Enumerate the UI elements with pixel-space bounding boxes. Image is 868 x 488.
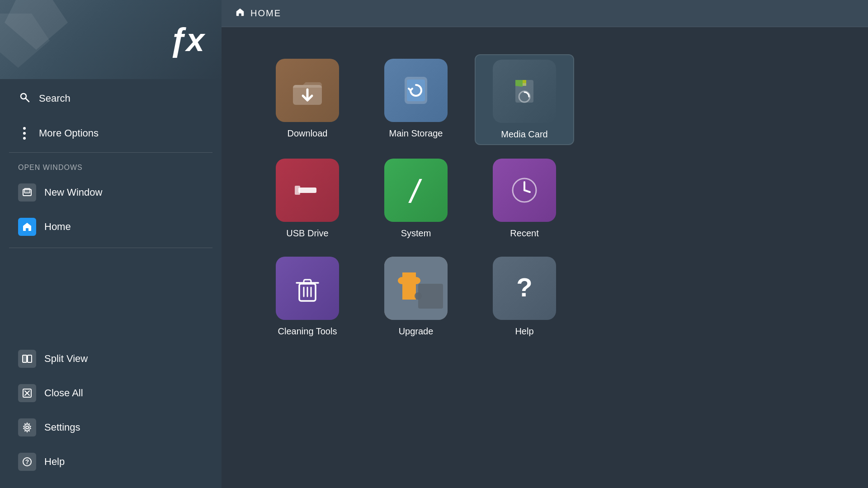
- topbar: Home: [222, 0, 868, 27]
- recent-label: Recent: [510, 228, 538, 239]
- logo-background-diamonds: [0, 0, 81, 79]
- search-label: Search: [39, 93, 71, 104]
- grid-item-cleaning-tools[interactable]: Cleaning Tools: [258, 252, 357, 341]
- sidebar-item-new-window[interactable]: New Window: [0, 175, 222, 210]
- system-label: System: [401, 228, 431, 239]
- main-content: Home Download: [222, 0, 868, 488]
- help-label: Help: [44, 456, 65, 468]
- settings-label: Settings: [44, 422, 80, 433]
- search-button[interactable]: Search: [0, 79, 222, 118]
- svg-point-11: [26, 426, 28, 429]
- divider-1: [9, 152, 212, 153]
- grid-item-download[interactable]: Download: [258, 54, 357, 145]
- sidebar-item-split-view[interactable]: Split View: [0, 342, 222, 376]
- cleaning-tools-label: Cleaning Tools: [278, 326, 337, 337]
- grid-item-recent[interactable]: Recent: [475, 154, 574, 243]
- usb-drive-icon: [276, 159, 339, 222]
- svg-text:?: ?: [25, 458, 29, 465]
- topbar-home-icon: [235, 7, 245, 19]
- recent-icon: [493, 159, 556, 222]
- sidebar: ƒx Search More Options OPEN WINDOWS: [0, 0, 222, 488]
- media-card-label: Media Card: [501, 129, 547, 140]
- cleaning-tools-icon: [276, 257, 339, 320]
- open-windows-title: OPEN WINDOWS: [0, 156, 222, 175]
- close-all-label: Close All: [44, 387, 83, 399]
- svg-marker-21: [515, 80, 523, 87]
- svg-rect-23: [298, 188, 316, 193]
- svg-rect-24: [295, 186, 300, 195]
- grid-item-upgrade[interactable]: Upgrade: [366, 252, 466, 341]
- sidebar-item-home[interactable]: Home: [0, 210, 222, 244]
- svg-text:?: ?: [516, 272, 532, 302]
- content-grid: Download Main Storage: [222, 27, 868, 488]
- new-window-icon: [18, 183, 36, 202]
- svg-marker-22: [523, 80, 526, 83]
- help-icon: ?: [493, 257, 556, 320]
- divider-2: [9, 248, 212, 248]
- sidebar-item-settings[interactable]: Settings: [0, 410, 222, 445]
- media-card-icon: [493, 60, 556, 123]
- upgrade-icon: [384, 257, 448, 320]
- grid-item-system[interactable]: / System: [366, 154, 466, 243]
- help-icon-sidebar: ?: [18, 453, 36, 471]
- new-window-label: New Window: [44, 187, 102, 198]
- svg-rect-5: [24, 188, 30, 193]
- app-logo: ƒx: [169, 21, 203, 58]
- main-storage-icon: [384, 59, 448, 122]
- usb-drive-label: USB Drive: [286, 228, 328, 239]
- grid-item-help[interactable]: ? Help: [475, 252, 574, 341]
- settings-icon: [18, 418, 36, 436]
- more-options-label: More Options: [39, 127, 99, 139]
- home-icon: [18, 218, 36, 236]
- more-options-button[interactable]: More Options: [0, 118, 222, 149]
- upgrade-label: Upgrade: [399, 326, 434, 337]
- grid-item-usb-drive[interactable]: USB Drive: [258, 154, 357, 243]
- svg-rect-7: [28, 355, 32, 362]
- grid-item-media-card[interactable]: Media Card: [475, 54, 574, 145]
- help-main-label: Help: [515, 326, 533, 337]
- logo-area: ƒx: [0, 0, 222, 79]
- sidebar-item-help[interactable]: ? Help: [0, 445, 222, 479]
- main-storage-label: Main Storage: [389, 128, 443, 139]
- more-options-icon: [18, 127, 31, 140]
- sidebar-bottom: Split View Close All Settings: [0, 342, 222, 488]
- topbar-title: Home: [250, 8, 281, 19]
- system-icon: /: [384, 159, 448, 222]
- home-label: Home: [44, 221, 71, 233]
- download-label: Download: [288, 128, 328, 139]
- svg-line-28: [524, 190, 530, 192]
- sidebar-item-close-all[interactable]: Close All: [0, 376, 222, 410]
- grid-item-main-storage[interactable]: Main Storage: [366, 54, 466, 145]
- svg-line-3: [26, 99, 29, 102]
- split-view-icon: [18, 350, 36, 368]
- svg-rect-6: [23, 355, 27, 362]
- svg-rect-35: [418, 284, 443, 309]
- split-view-label: Split View: [44, 353, 88, 365]
- download-icon: [276, 59, 339, 122]
- search-icon: [18, 92, 31, 105]
- close-all-icon: [18, 384, 36, 402]
- svg-text:/: /: [407, 174, 425, 207]
- svg-point-36: [415, 292, 422, 300]
